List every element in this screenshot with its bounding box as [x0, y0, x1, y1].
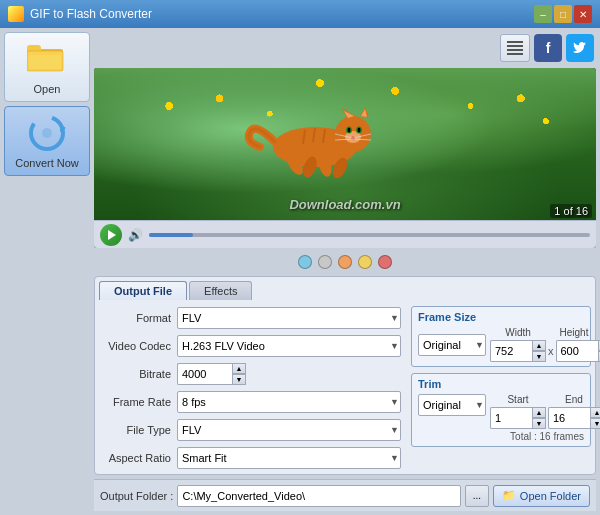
list-view-button[interactable]	[500, 34, 530, 62]
bitrate-input[interactable]	[177, 363, 232, 385]
aspect-ratio-row: Aspect Ratio Smart Fit ▼	[99, 446, 401, 470]
aspect-ratio-label: Aspect Ratio	[99, 452, 177, 464]
trim-preset-select[interactable]: Original	[418, 394, 486, 416]
end-input-group: ▲ ▼	[548, 407, 600, 429]
frame-rate-label: Frame Rate	[99, 396, 177, 408]
title-bar: GIF to Flash Converter – □ ✕	[0, 0, 600, 28]
preview-image: Download.com.vn 1 of 16	[94, 68, 596, 220]
bitrate-spinner-btns: ▲ ▼	[232, 363, 246, 385]
height-input[interactable]	[556, 340, 598, 362]
end-spinner-btns: ▲ ▼	[590, 407, 600, 429]
bitrate-label: Bitrate	[99, 368, 177, 380]
folder-icon-sm: 📁	[502, 489, 516, 502]
volume-icon: 🔊	[128, 228, 143, 242]
start-up[interactable]: ▲	[532, 407, 546, 418]
output-path-input[interactable]	[177, 485, 460, 507]
color-dot-red[interactable]	[378, 255, 392, 269]
tab-effects[interactable]: Effects	[189, 281, 252, 300]
end-label: End	[548, 394, 600, 405]
start-input[interactable]	[490, 407, 532, 429]
watermark: Download.com.vn	[289, 197, 400, 212]
app-icon	[8, 6, 24, 22]
play-button[interactable]	[100, 224, 122, 246]
svg-point-21	[357, 128, 360, 133]
format-select[interactable]: FLV	[177, 307, 401, 329]
frame-size-preset-wrapper: Original ▼	[418, 334, 486, 356]
width-down[interactable]: ▼	[532, 351, 546, 362]
maximize-button[interactable]: □	[554, 5, 572, 23]
bitrate-row: Bitrate ▲ ▼	[99, 362, 401, 386]
file-type-select[interactable]: FLV	[177, 419, 401, 441]
open-label: Open	[34, 83, 61, 95]
preview-area: Download.com.vn 1 of 16 🔊	[94, 68, 596, 248]
tab-bar: Output File Effects	[99, 281, 591, 300]
start-input-group: ▲ ▼	[490, 407, 546, 429]
open-button[interactable]: Open	[4, 32, 90, 102]
frame-size-section: Frame Size Original ▼	[411, 306, 591, 367]
twitter-icon	[573, 42, 587, 54]
progress-fill	[149, 233, 193, 237]
width-input[interactable]	[490, 340, 532, 362]
cat-figure	[235, 102, 395, 182]
tab-output-file[interactable]: Output File	[99, 281, 187, 300]
browse-button[interactable]: ...	[465, 485, 489, 507]
start-down[interactable]: ▼	[532, 418, 546, 429]
width-input-group: ▲ ▼	[490, 340, 546, 362]
trim-title: Trim	[418, 378, 584, 390]
width-up[interactable]: ▲	[532, 340, 546, 351]
content-area: f	[94, 32, 596, 511]
color-dot-orange[interactable]	[338, 255, 352, 269]
svg-rect-9	[507, 49, 523, 51]
end-up[interactable]: ▲	[590, 407, 600, 418]
svg-point-6	[42, 128, 52, 138]
twitter-button[interactable]	[566, 34, 594, 62]
main-container: Open Convert Now	[0, 28, 600, 515]
open-folder-button[interactable]: 📁 Open Folder	[493, 485, 590, 507]
playback-bar: 🔊	[94, 220, 596, 248]
color-dot-yellow[interactable]	[358, 255, 372, 269]
size-separator: x	[548, 345, 554, 357]
window-controls: – □ ✕	[534, 5, 592, 23]
minimize-button[interactable]: –	[534, 5, 552, 23]
color-dots-bar	[94, 252, 596, 272]
end-input[interactable]	[548, 407, 590, 429]
format-row: Format FLV ▼	[99, 306, 401, 330]
frame-rate-row: Frame Rate 8 fps ▼	[99, 390, 401, 414]
width-spinner-btns: ▲ ▼	[532, 340, 546, 362]
color-dot-blue[interactable]	[298, 255, 312, 269]
svg-rect-3	[29, 55, 61, 69]
bitrate-up[interactable]: ▲	[232, 363, 246, 374]
open-icon	[27, 39, 67, 79]
sidebar: Open Convert Now	[4, 32, 90, 511]
aspect-ratio-select-wrapper: Smart Fit ▼	[177, 447, 401, 469]
bitrate-spinner: ▲ ▼	[177, 363, 401, 385]
settings-left: Format FLV ▼ Video Codec	[99, 306, 401, 470]
play-icon	[108, 230, 116, 240]
open-folder-label: Open Folder	[520, 490, 581, 502]
height-label: Height	[548, 327, 600, 338]
bitrate-down[interactable]: ▼	[232, 374, 246, 385]
settings-panel: Output File Effects Format FLV ▼	[94, 276, 596, 475]
trim-section: Trim Original ▼ Start	[411, 373, 591, 447]
facebook-button[interactable]: f	[534, 34, 562, 62]
frame-rate-select[interactable]: 8 fps	[177, 391, 401, 413]
output-folder-label: Output Folder :	[100, 490, 173, 502]
format-label: Format	[99, 312, 177, 324]
video-codec-select[interactable]: H.263 FLV Video	[177, 335, 401, 357]
convert-now-button[interactable]: Convert Now	[4, 106, 90, 176]
start-label: Start	[492, 394, 544, 405]
height-input-group: ▲ ▼	[556, 340, 601, 362]
convert-icon	[27, 113, 67, 153]
total-frames: Total : 16 frames	[418, 431, 584, 442]
progress-track[interactable]	[149, 233, 590, 237]
end-down[interactable]: ▼	[590, 418, 600, 429]
width-label: Width	[492, 327, 544, 338]
tab-content: Format FLV ▼ Video Codec	[99, 306, 591, 470]
aspect-ratio-select[interactable]: Smart Fit	[177, 447, 401, 469]
color-dot-gray[interactable]	[318, 255, 332, 269]
settings-right: Frame Size Original ▼	[411, 306, 591, 470]
file-type-select-wrapper: FLV ▼	[177, 419, 401, 441]
frame-size-title: Frame Size	[418, 311, 584, 323]
frame-size-preset-select[interactable]: Original	[418, 334, 486, 356]
close-button[interactable]: ✕	[574, 5, 592, 23]
